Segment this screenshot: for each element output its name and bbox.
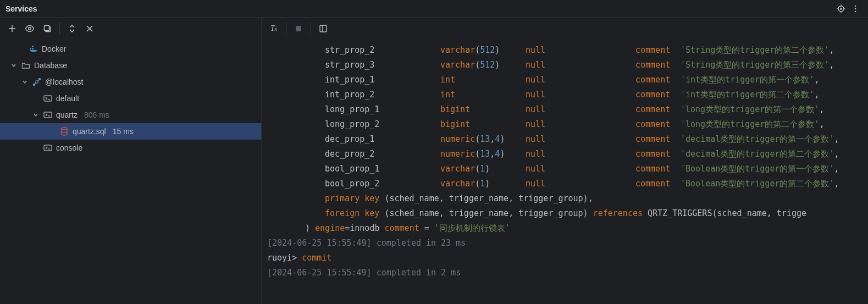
connection-icon <box>32 78 42 86</box>
stop-button[interactable] <box>291 21 306 36</box>
sidebar-toolbar <box>0 18 261 40</box>
docker-icon <box>29 45 38 53</box>
sql-engine: ) engine=innodb comment = '同步机制的行锁表' <box>267 221 868 236</box>
content-toolbar: Tx <box>262 18 868 40</box>
svg-point-20 <box>36 81 38 83</box>
svg-rect-17 <box>32 46 34 47</box>
svg-point-25 <box>62 128 67 130</box>
tree-item-docker[interactable]: Docker <box>0 41 261 57</box>
sidebar: Docker Database @localhost <box>0 18 262 304</box>
console-icon <box>43 145 53 151</box>
sql-column-def: dec_prop_1numeric(13,4)nullcomment'decim… <box>267 132 868 147</box>
svg-rect-23 <box>44 112 52 118</box>
tree-item-quartz-sql[interactable]: quartz.sql 15 ms <box>0 123 261 140</box>
tx-button[interactable]: Tx <box>266 21 281 36</box>
tree-item-console[interactable]: console <box>0 140 261 156</box>
quartz-time: 806 ms <box>84 110 109 119</box>
tree-item-quartz[interactable]: quartz 806 ms <box>0 107 261 123</box>
host-label: @localhost <box>45 78 83 86</box>
folder-icon <box>21 62 31 69</box>
sql-pk: primary key (sched_name, trigger_name, t… <box>267 191 868 206</box>
sql-column-def: bool_prop_1varchar(1)nullcomment'Boolean… <box>267 162 868 176</box>
svg-point-1 <box>841 8 842 9</box>
svg-rect-28 <box>296 26 301 31</box>
log-prompt: ruoyi> commit <box>267 251 868 266</box>
svg-rect-12 <box>45 26 49 31</box>
sql-column-def: int_prop_1intnullcomment'int类型的trigger的第… <box>267 73 868 87</box>
svg-point-8 <box>855 10 856 12</box>
tree-item-default[interactable]: default <box>0 90 261 107</box>
quartz-sql-label: quartz.sql <box>73 127 106 136</box>
svg-rect-26 <box>44 145 52 151</box>
database-icon <box>59 127 69 136</box>
sql-column-def: long_prop_1bigintnullcomment'long类型的trig… <box>267 102 868 117</box>
sql-column-def: long_prop_2bigintnullcomment'long类型的trig… <box>267 117 868 132</box>
svg-point-11 <box>29 27 31 30</box>
quartz-label: quartz <box>56 110 78 119</box>
log-line: [2024-06-25 15:55:49] completed in 2 ms <box>267 266 868 280</box>
layout-button[interactable] <box>316 21 331 36</box>
log-line: [2024-06-25 15:55:49] completed in 23 ms <box>267 236 868 251</box>
titlebar: Services <box>0 0 868 18</box>
sql-column-def: bool_prop_2varchar(1)nullcomment'Boolean… <box>267 176 868 191</box>
console-output[interactable]: str_prop_2varchar(512)nullcomment'String… <box>262 40 868 304</box>
svg-point-7 <box>855 8 856 9</box>
add-button[interactable] <box>4 21 20 36</box>
updown-icon[interactable] <box>64 21 80 36</box>
svg-rect-29 <box>320 25 327 32</box>
console-icon <box>43 112 53 118</box>
database-label: Database <box>34 61 67 70</box>
content-pane: Tx str_prop_2varchar(512)nullcomment'Str… <box>262 18 868 304</box>
more-icon[interactable] <box>848 2 863 16</box>
title: Services <box>5 4 37 13</box>
svg-point-18 <box>34 84 35 86</box>
svg-rect-15 <box>30 48 31 49</box>
target-icon[interactable] <box>834 2 848 16</box>
svg-rect-16 <box>32 48 34 49</box>
chevron-down-icon <box>10 63 18 68</box>
tree-item-host[interactable]: @localhost <box>0 74 261 90</box>
console-label: console <box>56 143 82 152</box>
expand-icon[interactable] <box>40 21 55 36</box>
docker-label: Docker <box>42 45 66 53</box>
chevron-down-icon <box>21 79 29 85</box>
sql-column-def: str_prop_3varchar(512)nullcomment'String… <box>267 58 868 73</box>
svg-point-19 <box>39 79 41 80</box>
sql-column-def: str_prop_2varchar(512)nullcomment'String… <box>267 43 868 58</box>
sql-fk: foreign key (sched_name, trigger_name, t… <box>267 206 868 221</box>
console-icon <box>43 95 53 102</box>
svg-point-6 <box>855 5 856 7</box>
quartz-sql-time: 15 ms <box>113 127 134 136</box>
tree-item-database[interactable]: Database <box>0 57 261 74</box>
sql-column-def: int_prop_2intnullcomment'int类型的trigger的第… <box>267 87 868 102</box>
sql-column-def: dec_prop_2numeric(13,4)nullcomment'decim… <box>267 147 868 162</box>
services-tree: Docker Database @localhost <box>0 40 261 304</box>
close-icon[interactable] <box>82 21 97 36</box>
eye-icon[interactable] <box>22 21 37 36</box>
svg-rect-21 <box>44 96 52 101</box>
chevron-down-icon <box>32 112 40 118</box>
default-label: default <box>56 94 79 103</box>
